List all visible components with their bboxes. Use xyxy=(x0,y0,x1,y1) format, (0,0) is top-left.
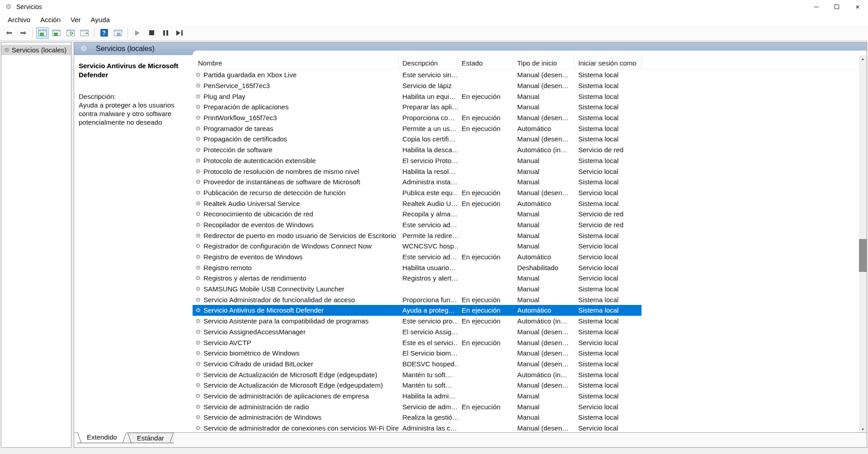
menu-archivo[interactable]: Archivo xyxy=(3,15,35,24)
table-row[interactable]: ⚙Protocolo de resolución de nombres de m… xyxy=(193,166,642,177)
table-row[interactable]: ⚙Servicio de administrador de conexiones… xyxy=(193,423,642,432)
close-button[interactable]: ✕ xyxy=(847,0,868,14)
table-row[interactable]: ⚙Registros y alertas de rendimientoRegis… xyxy=(193,273,642,284)
cell-logon: Sistema local xyxy=(575,296,642,304)
cell-logon: Sistema local xyxy=(575,125,642,132)
action-pane-icon xyxy=(114,30,122,36)
table-row[interactable]: ⚙Preparación de aplicacionesPreparar las… xyxy=(193,102,642,112)
refresh-icon: ⟳ xyxy=(66,30,75,36)
sidebar-item-servicios-locales[interactable]: ⚙ Servicios (locales) xyxy=(1,45,71,55)
cell-logon: Sistema local xyxy=(575,360,642,368)
service-gear-icon: ⚙ xyxy=(194,243,202,249)
help-button[interactable]: ? xyxy=(98,27,110,39)
cell-logon: Servicio local xyxy=(575,403,642,411)
column-header-row: ˆ Nombre Descripción Estado Tipo de inic… xyxy=(193,55,859,70)
table-row[interactable]: ⚙Registrador de configuración de Windows… xyxy=(193,241,642,252)
table-row[interactable]: ⚙Realtek Audio Universal ServiceRealtek … xyxy=(193,198,642,209)
service-gear-icon: ⚙ xyxy=(194,211,202,217)
menu-ver[interactable]: Ver xyxy=(66,15,86,24)
table-row[interactable]: ⚙Servicio Cifrado de unidad BitLockerBDE… xyxy=(193,359,642,370)
show-action-pane-button[interactable] xyxy=(112,27,124,39)
table-row[interactable]: ⚙Servicio de Actualización de Microsoft … xyxy=(193,369,642,380)
cell-tipo: Manual xyxy=(514,392,575,400)
table-row[interactable]: ⚙Plug and PlayHabilita un equi…En ejecuc… xyxy=(193,91,642,102)
cell-tipo: Manual (desen… xyxy=(514,189,575,197)
cell-name: ⚙PenService_165f7ec3 xyxy=(193,82,399,89)
table-row[interactable]: ⚙Servicio Administrador de funcionalidad… xyxy=(193,294,642,305)
cell-desc: Habilita un equi… xyxy=(399,93,458,100)
table-row[interactable]: ⚙Registro de eventos de WindowsEste serv… xyxy=(193,252,642,262)
service-gear-icon: ⚙ xyxy=(194,253,202,260)
services-list: ˆ Nombre Descripción Estado Tipo de inic… xyxy=(193,55,859,433)
table-row[interactable]: ⚙Programador de tareasPermite a un us…En… xyxy=(193,123,642,134)
vertical-scrollbar[interactable]: ▲ ▼ xyxy=(859,55,867,433)
tab-extendido[interactable]: Extendido xyxy=(77,432,127,443)
table-row[interactable]: ⚙Protección de softwareHabilita la desca… xyxy=(193,145,642,155)
scroll-up-icon[interactable]: ▲ xyxy=(859,55,867,63)
table-row[interactable]: ⚙Redirector de puerto en modo usuario de… xyxy=(193,230,642,241)
table-row[interactable]: ⚙Protocolo de autenticación extensibleEl… xyxy=(193,155,642,166)
service-name: Programador de tareas xyxy=(203,125,273,132)
header-curve xyxy=(193,51,867,55)
column-header-estado[interactable]: Estado xyxy=(458,55,514,69)
table-row[interactable]: ⚙Servicio Asistente para la compatibilid… xyxy=(193,316,642,327)
table-row[interactable]: ⚙Servicio de Actualización de Microsoft … xyxy=(193,380,642,391)
table-row[interactable]: ⚙Servicio Antivirus de Microsoft Defende… xyxy=(193,305,642,316)
table-row[interactable]: ⚙Servicio de administración de WindowsRe… xyxy=(193,412,642,423)
show-properties-button[interactable] xyxy=(50,27,63,39)
forward-button[interactable]: ➡ xyxy=(17,27,29,39)
start-service-button[interactable] xyxy=(131,27,144,39)
cell-logon: Sistema local xyxy=(575,285,642,293)
table-row[interactable]: ⚙Reconocimiento de ubicación de redRecop… xyxy=(193,209,642,220)
cell-logon: Servicio local xyxy=(575,264,642,271)
table-row[interactable]: ⚙Servicio de administración de radioServ… xyxy=(193,401,642,412)
stop-service-button[interactable] xyxy=(145,27,158,39)
table-row[interactable]: ⚙Proveedor de instantáneas de software d… xyxy=(193,177,642,187)
export-list-button[interactable]: ➜ xyxy=(78,27,91,39)
table-row[interactable]: ⚙Recopilador de eventos de WindowsEste s… xyxy=(193,220,642,230)
table-row[interactable]: ⚙Servicio AVCTPEste es el servici…En eje… xyxy=(193,337,642,348)
table-row[interactable]: ⚙Servicio AssignedAccessManagerEl servic… xyxy=(193,327,642,337)
show-console-tree-button[interactable] xyxy=(36,27,49,39)
cell-desc: Mantén tu soft… xyxy=(399,371,458,379)
cell-desc: Preparar las apli… xyxy=(399,103,458,111)
menu-bar: Archivo Acción Ver Ayuda xyxy=(0,14,868,25)
column-header-tipo-de-inicio[interactable]: Tipo de inicio xyxy=(514,55,575,69)
minimize-button[interactable] xyxy=(806,0,826,14)
maximize-button[interactable] xyxy=(826,0,847,14)
service-name: Preparación de aplicaciones xyxy=(203,103,288,111)
cell-logon: Sistema local xyxy=(575,157,642,164)
table-row[interactable]: ⚙SAMSUNG Mobile USB Connectivity Launche… xyxy=(193,284,642,295)
cell-tipo: Manual xyxy=(514,221,575,229)
menu-accion[interactable]: Acción xyxy=(35,15,66,24)
scrollbar-thumb[interactable] xyxy=(859,239,867,272)
menu-ayuda[interactable]: Ayuda xyxy=(86,15,115,24)
service-name: Partida guardada en Xbox Live xyxy=(203,71,297,79)
table-row[interactable]: ⚙Servicio biométrico de WindowsEl Servic… xyxy=(193,348,642,359)
tab-estandar[interactable]: Estándar xyxy=(127,433,174,443)
table-row[interactable]: ⚙PrintWorkflow_165f7ec3Proporciona co…En… xyxy=(193,112,642,123)
cell-tipo: Automático xyxy=(514,306,575,314)
table-row[interactable]: ⚙Servicio de administración de aplicacio… xyxy=(193,391,642,402)
table-row[interactable]: ⚙Propagación de certificadosCopia los ce… xyxy=(193,134,642,145)
table-row[interactable]: ⚙Publicación de recurso de detección de … xyxy=(193,187,642,198)
table-row[interactable]: ⚙Partida guardada en Xbox LiveEste servi… xyxy=(193,70,642,80)
service-name: Proveedor de instantáneas de software de… xyxy=(203,178,360,186)
service-name: Registros y alertas de rendimiento xyxy=(203,274,307,282)
column-header-nombre[interactable]: ˆ Nombre xyxy=(193,55,399,69)
pause-service-button[interactable] xyxy=(159,27,172,39)
table-row[interactable]: ⚙Registro remotoHabilita usuario…Deshabi… xyxy=(193,262,642,273)
refresh-button[interactable]: ⟳ xyxy=(64,27,77,39)
service-name: Servicio Asistente para la compatibilida… xyxy=(203,317,368,325)
column-header-descripcion[interactable]: Descripción xyxy=(399,55,458,69)
service-rows: ⚙Partida guardada en Xbox LiveEste servi… xyxy=(193,70,859,432)
table-row[interactable]: ⚙PenService_165f7ec3Servicio de lápizMan… xyxy=(193,80,642,91)
restart-service-button[interactable] xyxy=(173,27,186,39)
services-main-pane: ⚙ Servicios (locales) Servicio Antivirus… xyxy=(74,42,867,448)
column-header-iniciar-sesion[interactable]: Iniciar sesión como xyxy=(575,55,642,69)
service-gear-icon: ⚙ xyxy=(194,125,202,132)
console-tree-panel: ⚙ Servicios (locales) xyxy=(1,42,71,448)
back-button[interactable]: ⬅ xyxy=(3,27,15,39)
cell-estado: En ejecución xyxy=(458,339,514,346)
cell-desc: Habilita la resol… xyxy=(399,168,458,175)
